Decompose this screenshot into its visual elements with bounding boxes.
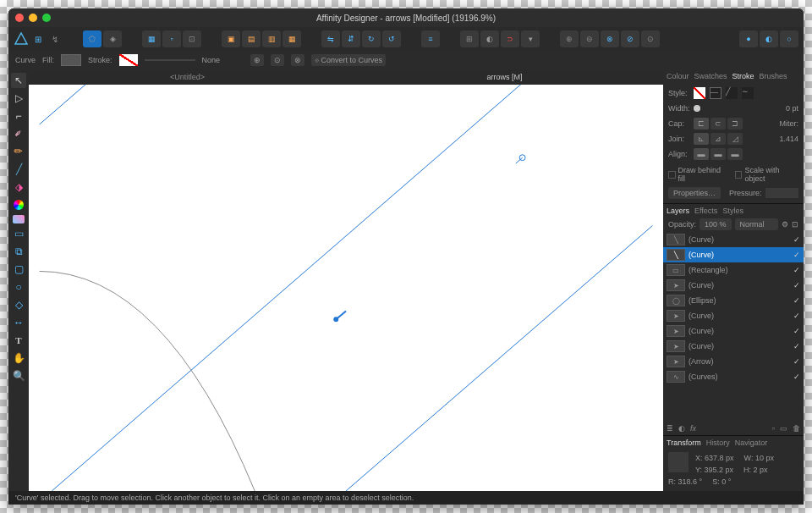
shape-rect-icon[interactable]: ▢ bbox=[11, 262, 26, 277]
tab-effects[interactable]: Effects bbox=[694, 207, 717, 215]
rotate-ccw-icon[interactable]: ↺ bbox=[382, 30, 401, 47]
tab-swatches[interactable]: Swatches bbox=[694, 72, 727, 80]
gradient-tool-icon[interactable] bbox=[13, 215, 25, 223]
fill-tool-icon[interactable]: ⬗ bbox=[11, 179, 26, 195]
flip-v-icon[interactable]: ⇵ bbox=[342, 30, 360, 47]
hand-tool-icon[interactable]: ✋ bbox=[11, 350, 26, 366]
pressure-curve[interactable] bbox=[765, 188, 798, 198]
layer-row[interactable]: ➤(Curve)✓ bbox=[663, 323, 804, 339]
style-solid[interactable]: — bbox=[710, 87, 721, 99]
order-forward-icon[interactable]: ▤ bbox=[242, 30, 261, 47]
add-layer-icon[interactable]: ▫ bbox=[772, 424, 775, 433]
miter-value[interactable]: 1.414 bbox=[779, 135, 798, 143]
join-bevel-icon[interactable]: ◿ bbox=[727, 133, 743, 145]
layer-row[interactable]: ◯(Ellipse)✓ bbox=[663, 293, 804, 308]
scale-object-checkbox[interactable] bbox=[735, 171, 743, 179]
persona-pixel-icon[interactable]: ⊞ bbox=[30, 31, 46, 47]
persona-export-icon[interactable]: ↯ bbox=[47, 31, 63, 47]
align-right-icon[interactable]: ⊡ bbox=[183, 30, 201, 47]
style-none[interactable] bbox=[694, 87, 705, 99]
style-brush[interactable]: ∼ bbox=[742, 87, 754, 99]
align-inside-icon[interactable]: ▬ bbox=[710, 148, 726, 160]
align-outside-icon[interactable]: ▬ bbox=[727, 148, 743, 160]
layer-row[interactable]: ➤(Arrow)✓ bbox=[663, 354, 804, 369]
view-mode-3-icon[interactable]: ○ bbox=[780, 30, 798, 47]
layer-visible-icon[interactable]: ✓ bbox=[793, 266, 800, 274]
doc-tab-arrows[interactable]: arrows [M] bbox=[346, 69, 663, 85]
crop-tool-icon[interactable]: ⧉ bbox=[11, 244, 26, 259]
layer-list[interactable]: ╲(Curve)✓╲(Curve)✓▭(Rectangle)✓➤(Curve)✓… bbox=[663, 232, 804, 422]
layer-row[interactable]: ╲(Curve)✓ bbox=[663, 247, 804, 262]
snap-toggle-icon[interactable]: ◐ bbox=[480, 30, 499, 47]
layer-visible-icon[interactable]: ✓ bbox=[793, 296, 800, 305]
tab-colour[interactable]: Colour bbox=[667, 72, 689, 80]
magnet-icon[interactable]: ⊃ bbox=[501, 30, 519, 47]
width-value[interactable]: 0 pt bbox=[786, 104, 798, 113]
rotate-cw-icon[interactable]: ↻ bbox=[362, 30, 381, 47]
convert-curves-button[interactable]: ⟐ Convert to Curves bbox=[311, 54, 386, 66]
pencil-tool-icon[interactable]: ✎ bbox=[8, 141, 29, 162]
draw-behind-checkbox[interactable] bbox=[668, 171, 676, 179]
cap-square-icon[interactable]: ⊐ bbox=[727, 118, 743, 130]
transform-x[interactable]: X: 637.8 px bbox=[695, 454, 734, 462]
fill-swatch[interactable] bbox=[61, 54, 81, 66]
lock-icon[interactable]: ⚙ bbox=[782, 220, 788, 229]
tab-navigator[interactable]: Navigator bbox=[735, 439, 768, 447]
toolbar-move-icon[interactable]: ⬠ bbox=[83, 30, 102, 47]
bool-xor-icon[interactable]: ⊘ bbox=[621, 30, 639, 47]
ctx-btn-2[interactable]: ⊙ bbox=[271, 54, 284, 66]
layer-row[interactable]: ▭(Rectangle)✓ bbox=[663, 262, 804, 278]
layer-visible-icon[interactable]: ✓ bbox=[793, 327, 800, 335]
snap-settings-icon[interactable]: ▾ bbox=[521, 30, 540, 47]
align-center-icon[interactable]: ▫ bbox=[162, 30, 181, 47]
tab-stroke[interactable]: Stroke bbox=[732, 72, 754, 80]
opacity-value[interactable]: 100 % bbox=[700, 218, 732, 230]
align-center2-icon[interactable]: ▬ bbox=[694, 148, 709, 160]
anchor-grid[interactable] bbox=[668, 452, 689, 472]
shape-other-icon[interactable]: ◇ bbox=[11, 297, 26, 312]
text-tool-icon[interactable]: T bbox=[11, 333, 26, 348]
tab-layers[interactable]: Layers bbox=[667, 207, 689, 215]
stroke-swatch[interactable] bbox=[119, 54, 138, 66]
style-dash[interactable]: ╱ bbox=[726, 87, 738, 99]
node-tool-icon[interactable]: ▷ bbox=[11, 91, 26, 106]
properties-button[interactable]: Properties… bbox=[668, 187, 721, 199]
layer-mask-icon[interactable]: ◐ bbox=[678, 424, 685, 433]
layer-visible-icon[interactable]: ✓ bbox=[793, 372, 800, 381]
move-tool-icon[interactable]: ↖ bbox=[11, 73, 26, 88]
layer-row[interactable]: ╲(Curve)✓ bbox=[663, 232, 804, 247]
color-picker-icon[interactable] bbox=[11, 197, 26, 212]
order-front-icon[interactable]: ▣ bbox=[222, 30, 240, 47]
transform-y[interactable]: Y: 395.2 px bbox=[695, 466, 733, 474]
add-group-icon[interactable]: ▭ bbox=[780, 424, 787, 433]
layer-row[interactable]: ➤(Curve)✓ bbox=[663, 278, 804, 293]
layer-row[interactable]: ➤(Curve)✓ bbox=[663, 308, 804, 323]
ctx-btn-1[interactable]: ⊕ bbox=[250, 54, 264, 66]
layer-row[interactable]: ∿(Curves)✓ bbox=[663, 369, 804, 384]
toolbar-node-icon[interactable]: ◈ bbox=[103, 30, 122, 47]
fullscreen-icon[interactable] bbox=[42, 14, 51, 22]
close-icon[interactable] bbox=[15, 14, 24, 22]
ctx-btn-3[interactable]: ⊗ bbox=[291, 54, 304, 66]
snap-grid-icon[interactable]: ⊞ bbox=[460, 30, 479, 47]
tab-styles[interactable]: Styles bbox=[722, 207, 743, 215]
layer-visible-icon[interactable]: ✓ bbox=[793, 281, 800, 290]
shape-ellipse-icon[interactable]: ○ bbox=[11, 279, 26, 295]
bool-div-icon[interactable]: ⊙ bbox=[641, 30, 660, 47]
layer-visible-icon[interactable]: ✓ bbox=[793, 342, 800, 350]
blend-mode[interactable]: Normal bbox=[735, 218, 778, 230]
brush-tool-icon[interactable]: ╱ bbox=[11, 162, 26, 177]
arrow-tool-icon[interactable]: ↔ bbox=[11, 315, 26, 330]
cap-round-icon[interactable]: ⊂ bbox=[710, 118, 726, 130]
layer-visible-icon[interactable]: ✓ bbox=[793, 312, 800, 320]
transform-h[interactable]: H: 2 px bbox=[743, 466, 768, 474]
join-miter-icon[interactable]: ⊾ bbox=[694, 133, 709, 145]
layer-visible-icon[interactable]: ✓ bbox=[793, 357, 800, 366]
layer-stack-icon[interactable]: ≣ bbox=[667, 424, 673, 433]
transform-s[interactable]: S: 0 ° bbox=[712, 477, 731, 486]
app-logo-icon[interactable] bbox=[14, 31, 29, 47]
transform-w[interactable]: W: 10 px bbox=[744, 454, 774, 462]
distribute-icon[interactable]: ≡ bbox=[421, 30, 440, 47]
tab-brushes[interactable]: Brushes bbox=[760, 72, 787, 80]
tab-transform[interactable]: Transform bbox=[667, 439, 701, 447]
